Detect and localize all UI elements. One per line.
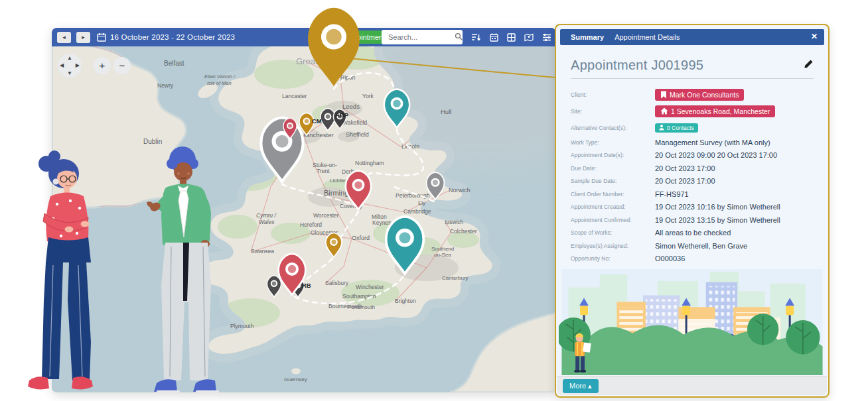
pan-up-icon[interactable]: ▲ [67, 55, 72, 61]
more-button[interactable]: More ▴ [563, 379, 599, 393]
map-label: Swansea [251, 248, 274, 255]
map-label: Trent [317, 168, 330, 174]
map-label: Southampton [342, 293, 376, 300]
map-label: Hull [441, 108, 451, 115]
map-label: Salisbury [325, 280, 349, 286]
field-value: Mark One Consultants [655, 89, 744, 101]
field-value: 19 Oct 2023 13:15 by Simon Wetherell [655, 216, 780, 224]
pan-left-icon[interactable]: ◀ [60, 62, 64, 68]
calendar-view-icon[interactable] [490, 33, 498, 42]
field-value: 20 Oct 2023 17:00 [655, 164, 715, 172]
field-label: Client Order Number: [571, 191, 655, 198]
map-label: Lancaster [282, 93, 307, 99]
map-label: Colchester [450, 228, 477, 235]
map-label: Ellan Vannin / [204, 74, 236, 80]
field-row: Alternative Contact(s):0 Contacts [571, 119, 819, 136]
map-label: Worcester [313, 212, 339, 219]
field-row: Client:Mark One Consultants [571, 86, 819, 103]
map-label: Winchester [356, 284, 384, 290]
badge-bookmark[interactable]: Mark One Consultants [655, 89, 744, 101]
field-label: Appointment Created: [571, 203, 655, 210]
map-label: Dublin [143, 138, 162, 145]
field-label: Site: [571, 108, 655, 115]
edit-icon[interactable] [804, 59, 814, 72]
calendar-icon [97, 32, 106, 42]
badge-person[interactable]: 0 Contacts [655, 123, 698, 133]
search-input[interactable] [387, 32, 453, 42]
field-row: Appointment Date(s):20 Oct 2023 09:00 20… [571, 149, 819, 162]
field-row: Appointment Created:19 Oct 2023 10:16 by… [571, 201, 819, 214]
map-label: Norwich [449, 187, 470, 194]
map-label: Keynes [372, 219, 391, 226]
zoom-out-button[interactable]: − [113, 57, 131, 74]
field-row: Client Order Number:FF-HS971 [571, 188, 819, 201]
map-label: Lincoln [401, 143, 419, 150]
grid-view-icon[interactable] [507, 33, 516, 42]
map-label: Portsmouth [348, 304, 375, 310]
map-label: Guernsey [284, 376, 307, 382]
field-value: 1 Sevenoaks Road, Manchester [655, 105, 775, 117]
field-label: Appointment Date(s): [571, 152, 655, 158]
search-icon[interactable] [455, 31, 463, 43]
field-value: 0 Contacts [655, 123, 698, 133]
page: BelfastNewryDublinEllan Vannin /Isle of … [0, 0, 868, 401]
pan-down-icon[interactable]: ▼ [67, 70, 72, 76]
field-row: Appointment Confirmed:19 Oct 2023 13:15 … [571, 213, 819, 227]
field-list: Client:Mark One ConsultantsSite:1 Seveno… [571, 86, 819, 265]
field-label: Appointment Confirmed: [571, 217, 655, 223]
field-row: Site:1 Sevenoaks Road, Manchester [571, 103, 819, 119]
skyline-illustration [559, 269, 826, 375]
field-value: 20 Oct 2023 09:00 20 Oct 2023 17:00 [655, 151, 777, 159]
map[interactable]: BelfastNewryDublinEllan Vannin /Isle of … [52, 28, 556, 392]
map-label: on-Sea [434, 252, 451, 258]
next-week-button[interactable]: ▸ [76, 32, 90, 43]
map-label: Cambridge [403, 208, 431, 215]
map-view-icon[interactable] [524, 33, 534, 42]
field-row: Due Date:20 Oct 2023 17:00 [571, 162, 819, 175]
map-label: York [362, 93, 374, 99]
appointment-panel: Summary Appointment Details ✕ Appointmen… [555, 24, 830, 398]
map-label: Newry [157, 82, 174, 89]
zoom-in-button[interactable]: + [94, 57, 111, 74]
map-label: Ripon [340, 74, 355, 81]
map-label: Sheffield [346, 131, 369, 138]
map-label: Oxford [352, 235, 370, 241]
map-label: Hereford [300, 221, 322, 228]
date-range-label: 16 October 2023 - 22 October 2023 [110, 33, 235, 41]
field-label: Alternative Contact(s): [571, 125, 655, 131]
field-value: Management Survey (with MA only) [655, 139, 770, 146]
field-value: O000036 [655, 255, 685, 262]
map-label: Canterbury [442, 275, 469, 281]
field-value: All areas to be checked [655, 229, 731, 237]
field-label: Opportunity No: [571, 255, 655, 262]
map-label: Nottingham [355, 160, 384, 166]
field-value: 20 Oct 2023 17:00 [655, 177, 715, 185]
map-label: Peterborough [396, 192, 430, 199]
map-label: Plymouth [230, 323, 254, 329]
field-label: Sample Due Date: [571, 178, 655, 184]
map-label: Leeds [342, 103, 360, 110]
badge-home[interactable]: 1 Sevenoaks Road, Manchester [655, 105, 775, 117]
panel-header: Summary Appointment Details ✕ [560, 29, 824, 45]
field-row: Sample Due Date:20 Oct 2023 17:00 [571, 175, 819, 188]
field-label: Due Date: [571, 165, 655, 172]
field-value: Simon Wetherell, Ben Grave [655, 242, 747, 250]
pan-control[interactable]: ▲ ▼ ◀ ▶ [58, 54, 82, 78]
field-label: Client: [571, 91, 655, 98]
map-label: Wakefield [342, 119, 367, 126]
map-label: Isle of Man [207, 80, 232, 86]
panel-footer: More ▴ [557, 376, 827, 395]
field-value: 19 Oct 2023 10:16 by Simon Wetherell [655, 203, 780, 211]
tab-summary[interactable]: Summary [571, 33, 604, 41]
field-value: FF-HS971 [655, 190, 689, 198]
tab-appointment-details[interactable]: Appointment Details [615, 33, 680, 41]
search-box [382, 30, 463, 44]
previous-week-button[interactable]: ◂ [57, 32, 71, 43]
close-icon[interactable]: ✕ [811, 32, 818, 41]
field-label: Employee(s) Assigned: [571, 243, 655, 249]
map-label: Ipswich [445, 219, 464, 225]
pan-right-icon[interactable]: ▶ [76, 62, 80, 68]
sort-icon[interactable] [471, 33, 481, 42]
field-label: Work Type: [571, 139, 655, 146]
filter-icon[interactable] [542, 33, 551, 42]
